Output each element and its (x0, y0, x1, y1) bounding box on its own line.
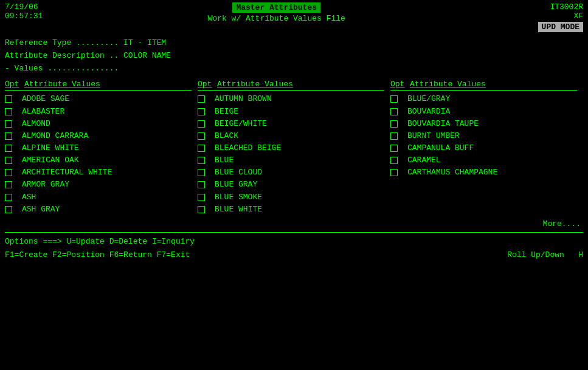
list-item: ALMOND (5, 118, 192, 130)
list-item: BOUVARDIA (390, 106, 577, 118)
footer: Options ===> U=Update D=Delete I=Inquiry… (5, 235, 583, 262)
header-center: Master Attributes Work w/ Attribute Valu… (43, 2, 510, 23)
subtitle: Work w/ Attribute Values File (43, 14, 510, 23)
column-1: Opt Attribute Values ADOBE SAGE ALABASTE… (5, 80, 198, 215)
checkbox-icon[interactable] (198, 120, 205, 128)
f2-position-key[interactable]: F2=Position (52, 250, 105, 259)
checkbox-icon[interactable] (390, 95, 398, 103)
time-display: 09:57:31 (5, 12, 43, 21)
checkbox-icon[interactable] (390, 157, 398, 164)
col1-opt-label: Opt (5, 80, 22, 89)
header: 7/19/06 09:57:31 Master Attributes Work … (5, 2, 583, 32)
checkbox-icon[interactable] (198, 145, 205, 152)
program-id: IT3002R (510, 2, 583, 12)
checkbox-icon[interactable] (390, 132, 398, 140)
checkbox-icon[interactable] (5, 108, 12, 115)
columns-area: Opt Attribute Values ADOBE SAGE ALABASTE… (5, 80, 583, 215)
info-section: Reference Type ......... IT - ITEM Attri… (5, 37, 583, 75)
d-delete-key[interactable]: D=Delete (109, 237, 147, 246)
column-3: Opt Attribute Values BLUE/GRAY BOUVARDIA… (390, 80, 583, 215)
list-item: BLUE CLOUD (198, 166, 384, 179)
reference-type-label: Reference Type ......... (5, 38, 119, 47)
list-item: BLUE SMOKE (198, 191, 384, 204)
checkbox-icon[interactable] (5, 157, 12, 164)
main-screen: 7/19/06 09:57:31 Master Attributes Work … (0, 0, 588, 370)
checkbox-icon[interactable] (5, 206, 12, 213)
f1-create-key[interactable]: F1=Create (5, 250, 47, 259)
checkbox-icon[interactable] (390, 169, 398, 176)
footer-keys-line: F1=Create F2=Position F6=Return F7=Exit … (5, 248, 583, 262)
attribute-desc-label: Attribute Description .. (5, 51, 119, 60)
list-item: BLUE WHITE (198, 204, 384, 216)
list-item: BEIGE (198, 106, 384, 118)
list-item: ARMOR GRAY (5, 179, 192, 191)
col2-header: Opt Attribute Values (198, 80, 384, 91)
checkbox-icon[interactable] (5, 169, 12, 176)
list-item: AMERICAN OAK (5, 154, 192, 166)
footer-options-line: Options ===> U=Update D=Delete I=Inquiry (5, 235, 583, 248)
checkbox-icon[interactable] (5, 194, 12, 201)
i-inquiry-key[interactable]: I=Inquiry (152, 237, 195, 246)
list-item: BURNT UMBER (390, 130, 577, 142)
list-item: BOUVARDIA TAUPE (390, 118, 577, 130)
list-item: BLUE/GRAY (390, 93, 577, 105)
mode-code: XF (510, 12, 583, 21)
checkbox-icon[interactable] (5, 120, 12, 128)
header-datetime: 7/19/06 09:57:31 (5, 2, 43, 21)
list-item: AUTUMN BROWN (198, 93, 384, 105)
checkbox-icon[interactable] (5, 132, 12, 140)
roll-updown-label: Roll Up/Down H (507, 248, 583, 262)
upd-mode-badge: UPD MODE (538, 22, 583, 32)
list-item: CAMPANULA BUFF (390, 142, 577, 154)
options-label: Options ===> (5, 237, 66, 246)
list-item: BLUE GRAY (198, 179, 384, 191)
header-right: IT3002R XF UPD MODE (510, 2, 583, 32)
list-item: CARTHAMUS CHAMPAGNE (390, 166, 577, 179)
list-item: BLEACHED BEIGE (198, 142, 384, 154)
list-item: ASH (5, 191, 192, 204)
col3-attr-label: Attribute Values (410, 80, 486, 89)
list-item: CARAMEL (390, 154, 577, 166)
list-item: ASH GRAY (5, 204, 192, 216)
list-item: ALABASTER (5, 106, 192, 118)
attribute-desc-row: Attribute Description .. COLOR NAME (5, 50, 583, 63)
checkbox-icon[interactable] (198, 132, 205, 140)
bottom-divider (5, 232, 583, 233)
u-update-key[interactable]: U=Update (66, 237, 104, 246)
checkbox-icon[interactable] (198, 95, 205, 103)
list-item: BLACK (198, 130, 384, 142)
list-item: ALPINE WHITE (5, 142, 192, 154)
reference-type-value: IT - ITEM (123, 38, 166, 47)
attribute-desc-value: COLOR NAME (123, 51, 171, 60)
col1-header: Opt Attribute Values (5, 80, 192, 91)
f6-return-key[interactable]: F6=Return (109, 250, 152, 259)
checkbox-icon[interactable] (198, 181, 205, 188)
more-indicator: More.... (5, 219, 583, 228)
checkbox-icon[interactable] (5, 145, 12, 152)
checkbox-icon[interactable] (198, 169, 205, 176)
checkbox-icon[interactable] (198, 194, 205, 201)
values-row: - Values ............... (5, 63, 583, 75)
col1-attr-label: Attribute Values (24, 80, 100, 89)
page-title: Master Attributes (232, 2, 320, 13)
list-item: BLUE (198, 154, 384, 166)
checkbox-icon[interactable] (390, 120, 398, 128)
f7-exit-key[interactable]: F7=Exit (157, 250, 190, 259)
col3-header: Opt Attribute Values (390, 80, 577, 91)
col3-opt-label: Opt (390, 80, 407, 89)
checkbox-icon[interactable] (198, 206, 205, 213)
date-display: 7/19/06 (5, 2, 43, 12)
checkbox-icon[interactable] (390, 145, 398, 152)
col2-attr-label: Attribute Values (217, 80, 293, 89)
column-2: Opt Attribute Values AUTUMN BROWN BEIGE … (198, 80, 390, 215)
list-item: ALMOND CARRARA (5, 130, 192, 142)
values-label: - Values ............... (5, 64, 119, 73)
checkbox-icon[interactable] (5, 181, 12, 188)
list-item: ARCHITECTURAL WHITE (5, 166, 192, 179)
checkbox-icon[interactable] (198, 108, 205, 115)
checkbox-icon[interactable] (390, 108, 398, 115)
reference-type-row: Reference Type ......... IT - ITEM (5, 37, 583, 50)
checkbox-icon[interactable] (198, 157, 205, 164)
checkbox-icon[interactable] (5, 95, 12, 103)
list-item: ADOBE SAGE (5, 93, 192, 105)
